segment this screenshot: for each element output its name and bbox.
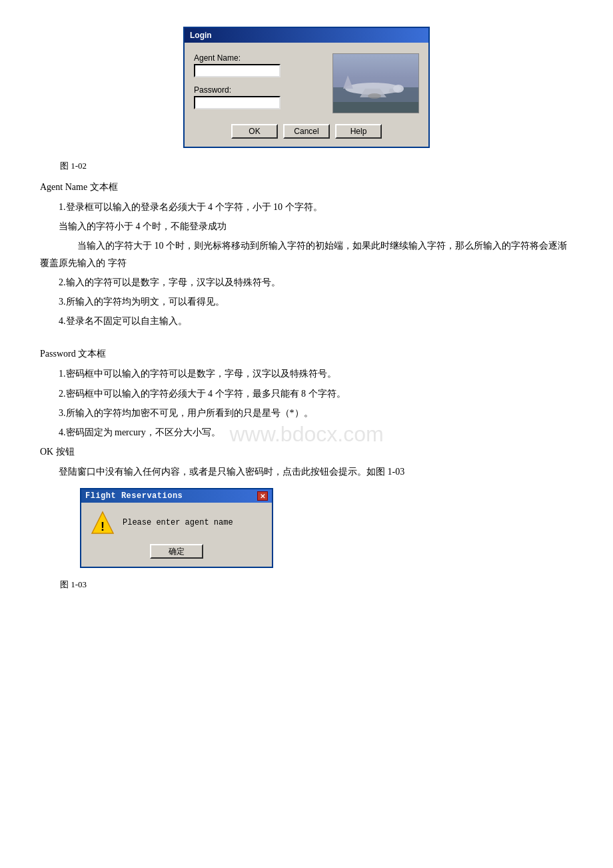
login-dialog: Login Agent Name: Password: — [183, 27, 430, 148]
flight-message-row: ! Please enter agent name — [91, 511, 263, 535]
login-content: Agent Name: Password: — [194, 53, 419, 117]
password-point3: 3.所输入的字符均加密不可见，用户所看到的只是星号（*）。 — [59, 405, 573, 421]
agent-point2: 2.输入的字符可以是数字，字母，汉字以及特殊符号。 — [59, 274, 573, 291]
flight-message: Please enter agent name — [123, 518, 233, 527]
plane-svg — [333, 54, 419, 113]
agent-name-input[interactable] — [194, 64, 281, 77]
agent-name-heading: Agent Name 文本框 — [40, 181, 573, 193]
login-titlebar: Login — [185, 28, 428, 43]
flight-body: ! Please enter agent name 确定 — [81, 503, 272, 567]
agent-point3: 3.所输入的字符均为明文，可以看得见。 — [59, 293, 573, 310]
flight-dialog-wrapper: Flight Reservations ✕ ! Please enter age… — [80, 488, 573, 568]
login-buttons: OK Cancel Help — [194, 124, 419, 139]
ok-button[interactable]: OK — [231, 124, 278, 139]
password-point2: 2.密码框中可以输入的字符必须大于 4 个字符，最多只能有 8 个字符。 — [59, 385, 573, 402]
login-dialog-wrapper: Login Agent Name: Password: — [40, 27, 573, 148]
warning-triangle-svg: ! — [91, 511, 115, 535]
fig-1-03-caption: 图 1-03 — [60, 579, 573, 591]
svg-text:!: ! — [101, 520, 105, 533]
flight-close-button[interactable]: ✕ — [257, 491, 268, 501]
svg-rect-2 — [333, 102, 419, 113]
login-title: Login — [190, 31, 212, 40]
flight-confirm-button[interactable]: 确定 — [150, 544, 203, 559]
agent-point4: 4.登录名不固定可以自主输入。 — [59, 313, 573, 329]
agent-point1: 1.登录框可以输入的登录名必须大于 4 个字符，小于 10 个字符。 — [59, 199, 573, 215]
password-label: Password: — [194, 85, 324, 95]
login-fields: Agent Name: Password: — [194, 53, 324, 117]
cancel-button[interactable]: Cancel — [283, 124, 330, 139]
help-button[interactable]: Help — [335, 124, 382, 139]
flight-title: Flight Reservations — [85, 491, 183, 501]
agent-name-label: Agent Name: — [194, 53, 324, 63]
password-input[interactable] — [194, 96, 281, 109]
svg-point-7 — [393, 85, 404, 93]
login-body: Agent Name: Password: — [185, 43, 428, 147]
warning-icon: ! — [91, 511, 115, 535]
fig-1-02-caption: 图 1-02 — [60, 160, 573, 172]
flight-dialog: Flight Reservations ✕ ! Please enter age… — [80, 488, 273, 568]
password-heading: Password 文本框 — [40, 348, 573, 360]
password-point4: 4.密码固定为 mercury，不区分大小写。 — [59, 424, 573, 441]
password-point1: 1.密码框中可以输入的字符可以是数字，字母，汉字以及特殊符号。 — [59, 365, 573, 382]
agent-sub1: 当输入的字符小于 4 个时，不能登录成功 — [40, 218, 573, 235]
flight-titlebar: Flight Reservations ✕ — [81, 489, 272, 503]
ok-desc: 登陆窗口中没有输入任何内容，或者是只输入密码时，点击此按钮会提示。如图 1-03 — [40, 463, 573, 480]
agent-sub2: 当输入的字符大于 10 个时，则光标将移动到所输入字符的初始端，如果此时继续输入… — [40, 237, 573, 271]
ok-heading: OK 按钮 — [40, 446, 573, 458]
plane-image — [332, 53, 419, 113]
svg-point-8 — [368, 93, 381, 99]
